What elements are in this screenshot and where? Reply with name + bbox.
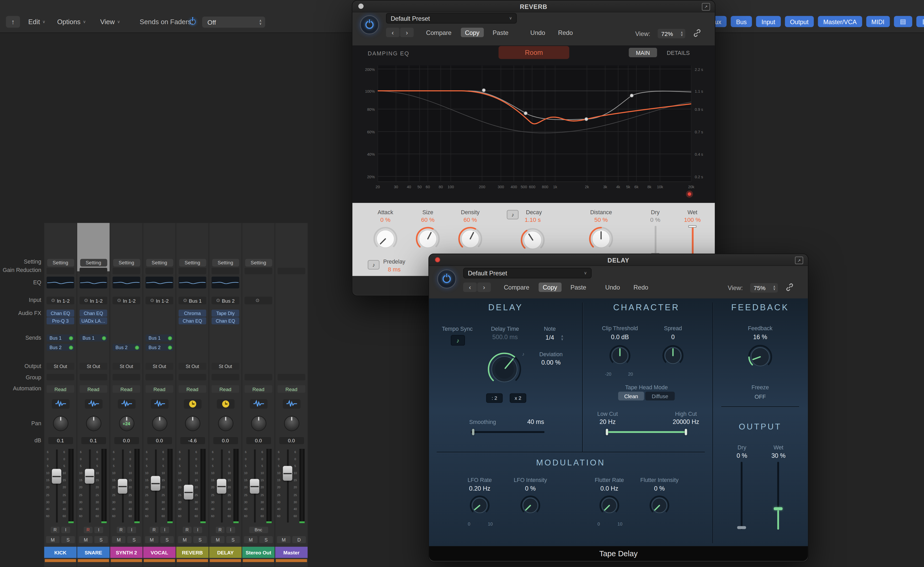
prev-preset-button[interactable]: ‹ xyxy=(386,28,400,37)
audio-fx-slot[interactable]: Pro-Q 3 xyxy=(46,317,74,325)
input-monitor-button[interactable]: I xyxy=(94,526,103,533)
channel-setting-button[interactable]: Setting xyxy=(47,259,74,266)
volume-db-readout[interactable]: 0.0 xyxy=(110,436,142,444)
fader-handle[interactable] xyxy=(217,479,226,493)
send-level-dot[interactable] xyxy=(102,336,106,340)
density-knob[interactable] xyxy=(458,226,483,252)
volume-db-readout[interactable]: 0.0 xyxy=(209,436,242,444)
pan-knob[interactable] xyxy=(275,416,308,431)
fader-handle[interactable] xyxy=(118,479,127,493)
group-slot[interactable] xyxy=(244,374,272,381)
copy-button[interactable]: Copy xyxy=(539,283,561,292)
fader-handle[interactable] xyxy=(184,485,193,499)
solo-button[interactable]: S xyxy=(193,536,207,543)
send-slot[interactable]: Bus 2 xyxy=(46,344,74,351)
channel-output-slot[interactable]: St Out xyxy=(146,363,173,370)
tape-head-diffuse-button[interactable]: Diffuse xyxy=(645,392,675,400)
fader-handle[interactable] xyxy=(85,469,94,484)
channel-input-slot[interactable]: ⊙ Bus 1 xyxy=(178,296,206,304)
channel-setting-button[interactable]: Setting xyxy=(80,259,107,266)
group-slot[interactable] xyxy=(46,374,74,381)
predelay-value[interactable]: 8 ms xyxy=(376,266,412,272)
clip-threshold-knob[interactable] xyxy=(608,344,632,367)
wet-slider-track[interactable] xyxy=(692,225,694,257)
double-time-button[interactable]: x 2 xyxy=(510,394,526,403)
solo-button[interactable]: S xyxy=(160,536,174,543)
flutter-rate-knob[interactable] xyxy=(598,494,621,517)
pan-knob[interactable] xyxy=(176,416,209,431)
tab-master-vca[interactable]: Master/VCA xyxy=(818,16,862,27)
send-slot[interactable]: Bus 2 xyxy=(146,344,173,351)
lfo-intensity-knob[interactable] xyxy=(519,494,542,517)
record-enable-button[interactable]: R xyxy=(216,526,225,533)
mute-button[interactable]: M xyxy=(244,536,258,543)
mute-button[interactable]: M xyxy=(211,536,225,543)
channel-input-slot[interactable]: ⊙ xyxy=(244,296,272,304)
group-slot[interactable] xyxy=(146,374,173,381)
flutter-intensity-knob[interactable] xyxy=(648,494,670,517)
flutter-rate-value[interactable]: 0.0 Hz xyxy=(586,485,633,492)
delay-time-knob[interactable] xyxy=(484,349,525,390)
plugin-power-button[interactable] xyxy=(437,269,456,289)
channel-input-slot[interactable]: ⊙ In 1-2 xyxy=(46,296,74,304)
smoothing-slider-track[interactable] xyxy=(471,431,544,433)
redo-button[interactable]: Redo xyxy=(630,283,652,292)
solo-button[interactable]: S xyxy=(127,536,141,543)
mute-button[interactable]: M xyxy=(178,536,192,543)
freeze-waveform-icon[interactable] xyxy=(250,399,267,408)
automation-mode-button[interactable]: Read xyxy=(146,385,173,393)
group-slot[interactable] xyxy=(178,374,206,381)
eq-thumbnail[interactable] xyxy=(44,276,77,289)
mute-button[interactable]: M xyxy=(112,536,126,543)
size-knob[interactable] xyxy=(415,226,441,252)
eq-thumbnail[interactable] xyxy=(209,276,242,289)
input-monitor-button[interactable]: I xyxy=(62,526,70,533)
freeze-waveform-icon[interactable] xyxy=(117,399,135,408)
mute-button[interactable]: M xyxy=(79,536,93,543)
view-zoom-stepper[interactable]: 72% ∧∨ xyxy=(657,29,686,38)
feedback-value[interactable]: 16 % xyxy=(731,333,790,340)
record-enable-button[interactable]: R xyxy=(51,526,60,533)
send-level-dot[interactable] xyxy=(69,336,73,340)
lfo-intensity-value[interactable]: 0 % xyxy=(507,485,554,492)
clock-icon[interactable] xyxy=(184,399,201,408)
popout-window-icon[interactable]: ↗ xyxy=(702,3,710,11)
track-name[interactable]: KICK xyxy=(44,547,77,558)
volume-db-readout[interactable]: 0.1 xyxy=(44,436,77,444)
mute-button[interactable]: M xyxy=(46,536,60,543)
channel-setting-button[interactable]: Setting xyxy=(245,259,272,266)
sends-mode-dropdown[interactable]: Off ∧∨ xyxy=(202,17,265,28)
eq-thumbnail[interactable] xyxy=(110,276,142,289)
clip-threshold-value[interactable]: 0.0 dB xyxy=(594,333,646,340)
next-preset-button[interactable]: › xyxy=(400,28,414,37)
solo-button[interactable]: S xyxy=(226,536,240,543)
mute-button[interactable]: M xyxy=(277,536,291,543)
group-slot[interactable] xyxy=(80,374,107,381)
smoothing-slider-handle[interactable] xyxy=(472,429,474,435)
note-value[interactable]: 1/4 xyxy=(535,334,564,341)
reverb-eq-graph[interactable]: 200%100%80%60%40%20% 2.2 s1.1 s0.9 s0.7 … xyxy=(352,61,715,203)
track-name[interactable]: Master xyxy=(275,547,308,558)
automation-mode-button[interactable]: Read xyxy=(244,385,272,393)
send-level-dot[interactable] xyxy=(135,346,139,350)
volume-db-readout[interactable]: 0.0 xyxy=(275,436,308,444)
tab-details[interactable]: DETAILS xyxy=(661,48,696,57)
wet-value[interactable]: 100 % xyxy=(675,217,710,223)
fader-handle[interactable] xyxy=(151,476,160,490)
prev-preset-button[interactable]: ‹ xyxy=(463,283,477,292)
eq-thumbnail[interactable] xyxy=(176,276,209,289)
tempo-sync-button[interactable]: ♪ xyxy=(451,335,465,346)
track-name[interactable]: SNARE xyxy=(77,547,110,558)
view-menu[interactable]: View∨ xyxy=(100,16,120,28)
single-strip-view-icon[interactable]: ▤ xyxy=(894,16,912,27)
automation-mode-button[interactable]: Read xyxy=(46,385,74,393)
track-name[interactable]: VOCAL xyxy=(143,547,176,558)
options-menu[interactable]: Options∨ xyxy=(57,16,86,28)
input-monitor-button[interactable]: I xyxy=(127,526,136,533)
undo-button[interactable]: Undo xyxy=(526,28,549,37)
pan-knob[interactable] xyxy=(77,416,110,431)
track-name[interactable]: SYNTH 2 xyxy=(110,547,142,558)
delay-time-value[interactable]: 500.0 ms xyxy=(482,333,529,340)
high-cut-handle[interactable] xyxy=(685,429,687,435)
distance-knob[interactable] xyxy=(588,226,614,252)
